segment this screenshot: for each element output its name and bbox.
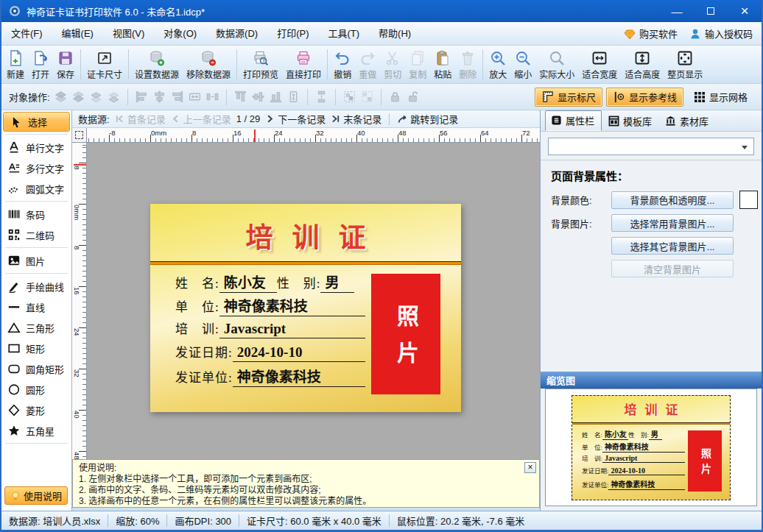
menu-item-tools[interactable]: 工具(T): [318, 22, 369, 45]
actual-size-button[interactable]: 实际大小: [535, 46, 578, 83]
design-canvas[interactable]: 培训证 姓 名: 陈小友 性 别: 男 单 位: 神奇像素科技: [87, 143, 540, 459]
menu-item-datasource[interactable]: 数据源(D): [206, 22, 267, 45]
buy-software-button[interactable]: 购买软件: [624, 26, 678, 40]
tool-star[interactable]: 五角星: [1, 420, 71, 441]
menu-item-file[interactable]: 文件(F): [1, 22, 52, 45]
show-grid-toggle[interactable]: 显示网格: [687, 88, 754, 107]
tool-rounded-rectangle[interactable]: 圆角矩形: [1, 358, 71, 379]
show-ruler-toggle[interactable]: 显示标尺: [535, 88, 602, 107]
remove-datasource-button[interactable]: 移除数据源: [183, 46, 234, 83]
send-backward-icon[interactable]: [107, 90, 121, 104]
menu-item-print[interactable]: 打印(P): [267, 22, 318, 45]
tool-image[interactable]: 图片: [1, 250, 71, 271]
fit-page-button[interactable]: 整页显示: [664, 46, 706, 83]
tool-freehand[interactable]: 手绘曲线: [1, 276, 71, 297]
menu-item-object[interactable]: 对象(O): [154, 22, 206, 45]
tool-line[interactable]: 直线: [1, 297, 71, 317]
send-to-back-icon[interactable]: [71, 90, 85, 104]
align-top-icon[interactable]: [233, 90, 247, 104]
cert-row-name[interactable]: 姓 名: 陈小友 性 别: 男: [175, 272, 365, 295]
cert-row-training[interactable]: 培 训: Javascript: [175, 319, 365, 342]
set-datasource-button[interactable]: 设置数据源: [131, 46, 183, 83]
menu-item-view[interactable]: 视图(V): [103, 22, 154, 45]
certificate-title[interactable]: 培训证: [150, 204, 461, 261]
tool-single-line-text[interactable]: 单行文字: [1, 137, 71, 157]
paste-button[interactable]: 粘贴: [430, 46, 455, 83]
maximize-button[interactable]: [694, 0, 728, 22]
tool-barcode[interactable]: 条码: [1, 204, 71, 224]
next-record-button[interactable]: 下一条记录: [265, 112, 326, 126]
delete-button[interactable]: 删除: [455, 46, 480, 83]
bg-image-clear-button[interactable]: 清空背景图片: [611, 260, 734, 277]
bg-color-swatch[interactable]: [739, 191, 758, 209]
photo-placeholder[interactable]: 照片: [371, 274, 440, 394]
certificate-card[interactable]: 培训证 姓 名: 陈小友 性 别: 男 单 位: 神奇像素科技: [150, 204, 461, 412]
rounded-rect-icon: [7, 362, 21, 375]
copy-button[interactable]: 复制: [405, 46, 430, 83]
align-left-icon[interactable]: [135, 90, 149, 104]
license-button[interactable]: 输入授权码: [689, 26, 753, 40]
user-icon: [689, 28, 701, 40]
prev-record-icon: [171, 114, 180, 124]
save-button[interactable]: 保存: [53, 46, 78, 83]
help-button[interactable]: 使用说明: [4, 486, 68, 505]
property-target-dropdown[interactable]: [548, 138, 754, 155]
help-close-button[interactable]: ×: [524, 462, 536, 473]
last-record-button[interactable]: 末条记录: [331, 112, 382, 126]
first-record-button[interactable]: 首条记录: [115, 112, 166, 126]
direct-print-button[interactable]: 直接打印: [282, 46, 325, 83]
tool-diamond[interactable]: 菱形: [1, 400, 71, 420]
tool-rectangle[interactable]: 矩形: [1, 338, 71, 358]
bring-to-front-icon[interactable]: [54, 90, 68, 104]
v-spacing-icon[interactable]: [314, 90, 328, 104]
minimize-button[interactable]: —: [660, 0, 694, 22]
close-button[interactable]: ×: [728, 0, 762, 22]
tool-multi-line-text[interactable]: 多行文字: [1, 157, 71, 178]
fit-height-button[interactable]: 适合高度: [621, 46, 664, 83]
h-spacing-icon[interactable]: [205, 90, 219, 104]
jump-record-button[interactable]: 跳转到记录: [397, 112, 458, 126]
menu-item-help[interactable]: 帮助(H): [369, 22, 421, 45]
cert-row-unit[interactable]: 单 位: 神奇像素科技: [175, 295, 365, 319]
tool-qrcode[interactable]: 二维码: [1, 224, 71, 245]
equal-height-icon[interactable]: [286, 90, 300, 104]
open-button[interactable]: 打开: [28, 46, 53, 83]
prev-record-button[interactable]: 上一条记录: [171, 112, 231, 126]
group-icon[interactable]: [342, 90, 356, 104]
bg-image-other-button[interactable]: 选择其它背景图片...: [611, 237, 734, 255]
show-guides-toggle[interactable]: 显示参考线: [606, 88, 683, 107]
zoom-out-button[interactable]: 缩小: [510, 46, 535, 83]
thumbnail-preview[interactable]: 培训证 姓 名: 陈小友 性 别: 男 单 位: 神奇像素科技: [545, 389, 757, 506]
align-middle-icon[interactable]: [251, 90, 265, 104]
align-bottom-icon[interactable]: [269, 90, 283, 104]
cut-button[interactable]: 剪切: [380, 46, 405, 83]
bring-forward-icon[interactable]: [89, 90, 103, 104]
menu-item-edit[interactable]: 编辑(E): [52, 22, 103, 45]
ungroup-icon[interactable]: [360, 90, 374, 104]
tab-properties[interactable]: 属性栏: [545, 110, 602, 131]
fit-page-icon: [676, 49, 694, 67]
cert-row-issuer[interactable]: 发证单位: 神奇像素科技: [175, 366, 365, 389]
equal-width-icon[interactable]: [188, 90, 202, 104]
unlock-icon[interactable]: [406, 90, 420, 104]
align-center-h-icon[interactable]: [152, 90, 166, 104]
redo-button[interactable]: 重做: [355, 46, 380, 83]
tool-triangle[interactable]: 三角形: [1, 317, 71, 338]
tool-select[interactable]: 选择: [3, 112, 70, 132]
fit-width-button[interactable]: 适合宽度: [578, 46, 621, 83]
bg-color-button[interactable]: 背景颜色和透明度...: [611, 191, 734, 209]
fit-height-icon: [633, 49, 651, 67]
tool-arc-text[interactable]: 圆弧文字: [1, 178, 71, 199]
tab-templates[interactable]: 模板库: [603, 112, 658, 131]
card-size-button[interactable]: 证卡尺寸: [83, 46, 126, 83]
tab-materials[interactable]: 素材库: [660, 112, 715, 131]
bg-image-common-button[interactable]: 选择常用背景图片...: [611, 214, 734, 232]
lock-icon[interactable]: [388, 90, 402, 104]
zoom-in-button[interactable]: 放大: [485, 46, 510, 83]
align-right-icon[interactable]: [170, 90, 184, 104]
new-button[interactable]: 新建: [3, 46, 28, 83]
cert-row-issue-date[interactable]: 发证日期: 2024-10-10: [175, 342, 365, 366]
tool-circle[interactable]: 圆形: [1, 379, 71, 400]
print-preview-button[interactable]: 打印预览: [239, 46, 282, 83]
undo-button[interactable]: 撤销: [330, 46, 355, 83]
